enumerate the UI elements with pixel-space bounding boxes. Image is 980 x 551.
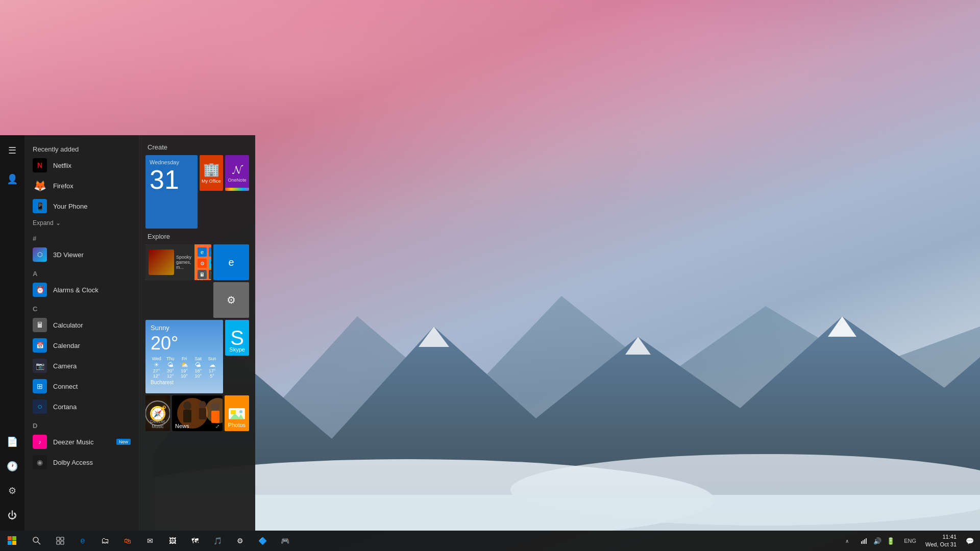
- tile-deezer-music[interactable]: 🧭 Deezer Music: [145, 395, 170, 431]
- taskbar-icon-10[interactable]: 🎮: [274, 531, 296, 551]
- forecast-fri-high: 19°: [179, 368, 190, 373]
- taskbar-groove[interactable]: 🎵: [206, 531, 229, 551]
- network-icon-svg: [861, 537, 868, 544]
- network-icon[interactable]: [858, 531, 870, 551]
- yourphone-icon: 📱: [33, 199, 47, 213]
- store-icon-calc: 🖩: [198, 270, 207, 279]
- tile-weather[interactable]: Sunny 20° Wed ☀ 27° 12° Thu 🌤 20° 12°: [145, 320, 223, 393]
- svg-point-20: [239, 410, 242, 413]
- tile-office[interactable]: 🏢 My Office: [200, 155, 224, 191]
- calculator-icon: 🖩: [33, 318, 47, 332]
- forecast-sun: Sun ☁ 17° 5°: [206, 356, 218, 379]
- store-icon-bing: 🌐: [209, 247, 211, 257]
- sidebar-user[interactable]: 👤: [1, 168, 23, 190]
- svg-point-11: [183, 402, 191, 410]
- hidden-icons-button[interactable]: ∧: [841, 531, 853, 551]
- sidebar-power[interactable]: ⏻: [1, 504, 23, 527]
- windows-logo-icon: [8, 536, 17, 545]
- taskbar-photos[interactable]: 🖼: [161, 531, 184, 551]
- taskbar-store[interactable]: 🛍: [116, 531, 139, 551]
- forecast-thu-icon: 🌤: [164, 361, 176, 368]
- store-game-preview: Spooky games, m...: [145, 244, 194, 280]
- system-tray: 🔊 🔋: [856, 531, 899, 551]
- svg-point-15: [211, 403, 219, 411]
- tile-msstore[interactable]: Spooky games, m... e 🌐 ⚙ 📞 🖩 🎬 Microsoft…: [145, 244, 211, 280]
- forecast-sun-icon: ☁: [206, 361, 218, 368]
- svg-line-26: [38, 542, 40, 544]
- app-item-calendar[interactable]: 📅 Calendar: [24, 335, 139, 356]
- action-center-button[interactable]: 💬: [964, 531, 976, 551]
- language-indicator[interactable]: ENG: [902, 538, 918, 544]
- tile-settings-small[interactable]: ⚙: [213, 282, 249, 318]
- task-view-button[interactable]: [49, 531, 71, 551]
- taskbar-icon-9[interactable]: 🔷: [251, 531, 274, 551]
- alpha-a: A: [24, 265, 139, 280]
- forecast-sun-label: Sun: [206, 356, 218, 361]
- cortana-icon: ○: [33, 399, 47, 414]
- tile-skype[interactable]: S Skype: [225, 320, 249, 356]
- sidebar-docs[interactable]: 📄: [1, 431, 23, 453]
- tile-edge[interactable]: e: [213, 244, 249, 280]
- calendar-icon: 📅: [33, 338, 47, 353]
- taskbar-settings[interactable]: ⚙: [229, 531, 251, 551]
- taskbar-maps[interactable]: 🗺: [184, 531, 206, 551]
- app-item-yourphone[interactable]: 📱 Your Phone: [24, 196, 139, 216]
- app-item-calculator[interactable]: 🖩 Calculator: [24, 315, 139, 335]
- create-label: Create: [148, 143, 249, 151]
- sidebar-hamburger[interactable]: ☰: [1, 139, 23, 162]
- svg-rect-24: [12, 541, 16, 545]
- search-button[interactable]: [24, 531, 49, 551]
- svg-rect-27: [57, 537, 60, 540]
- app-item-cortana[interactable]: ○ Cortana: [24, 396, 139, 417]
- app-item-dolby[interactable]: ◉ Dolby Access: [24, 452, 139, 472]
- store-game-label: Spooky games, m...: [176, 255, 191, 270]
- app-item-camera[interactable]: 📷 Camera: [24, 356, 139, 376]
- weather-forecast: Wed ☀ 27° 12° Thu 🌤 20° 12° Fri ⛅ 1: [151, 356, 218, 379]
- store-icon-film: 🎬: [209, 270, 211, 279]
- firefox-label: Firefox: [53, 182, 74, 190]
- sidebar-recent[interactable]: 🕐: [1, 455, 23, 478]
- app-item-alarms[interactable]: ⏰ Alarms & Clock: [24, 280, 139, 300]
- svg-rect-28: [61, 537, 64, 540]
- forecast-sun-low: 5°: [206, 373, 218, 379]
- forecast-thu-label: Thu: [164, 356, 176, 361]
- news-footer: News ⤢: [175, 423, 219, 429]
- app-item-3dviewer[interactable]: ⬡ 3D Viewer: [24, 244, 139, 265]
- speaker-icon[interactable]: 🔊: [871, 531, 884, 551]
- battery-icon[interactable]: 🔋: [885, 531, 897, 551]
- cortana-label: Cortana: [53, 403, 77, 411]
- tile-calendar[interactable]: Wednesday 31: [145, 155, 198, 229]
- onenote-logo-icon: 𝓝: [232, 163, 242, 177]
- office-icon: 🏢: [203, 162, 219, 178]
- tile-photos[interactable]: Photos: [225, 395, 249, 431]
- forecast-fri-low: 10°: [179, 373, 190, 379]
- deezer-icon: ♪: [33, 435, 47, 449]
- svg-rect-32: [863, 540, 864, 544]
- forecast-sat-low: 10°: [192, 373, 204, 379]
- store-bottom: Microsoft Store ⤢: [198, 279, 211, 280]
- tile-onenote[interactable]: 𝓝 OneNote: [225, 155, 249, 191]
- photos-icon-svg: [228, 404, 246, 422]
- weather-temp: 20°: [151, 333, 218, 354]
- connect-icon: ⊞: [33, 379, 47, 393]
- app-item-deezer[interactable]: ♪ Deezer Music New: [24, 432, 139, 452]
- taskbar-clock[interactable]: 11:41 Wed, Oct 31: [921, 533, 961, 549]
- taskbar-mail[interactable]: ✉: [139, 531, 161, 551]
- app-item-netflix[interactable]: N Netflix: [24, 155, 139, 176]
- app-list: Recently added N Netflix 🦊 Firefox 📱 You…: [24, 135, 139, 531]
- store-icon-phone: 📞: [209, 259, 211, 268]
- expand-button[interactable]: Expand ⌄: [24, 216, 139, 230]
- app-item-connect[interactable]: ⊞ Connect: [24, 376, 139, 396]
- taskbar-edge[interactable]: e: [71, 531, 94, 551]
- store-icons-row: e 🌐 ⚙ 📞 🖩 🎬: [198, 247, 211, 279]
- sidebar-settings[interactable]: ⚙: [1, 480, 23, 502]
- start-button[interactable]: [0, 531, 24, 551]
- news-label: News: [175, 423, 189, 429]
- forecast-thu: Thu 🌤 20° 12°: [164, 356, 176, 379]
- taskbar-explorer[interactable]: 🗂: [94, 531, 116, 551]
- forecast-fri: Fri ⛅ 19° 10°: [179, 356, 190, 379]
- app-item-firefox[interactable]: 🦊 Firefox: [24, 176, 139, 196]
- firefox-icon: 🦊: [33, 179, 47, 193]
- svg-rect-33: [864, 539, 865, 544]
- tile-news[interactable]: News ⤢: [172, 395, 223, 431]
